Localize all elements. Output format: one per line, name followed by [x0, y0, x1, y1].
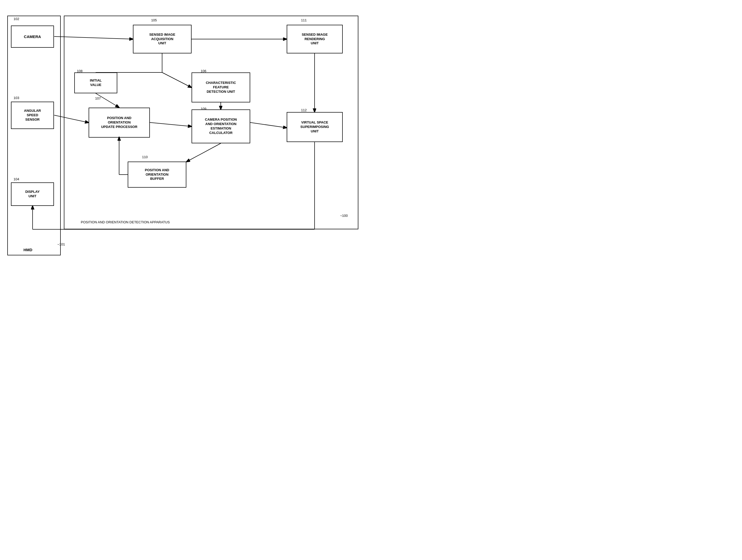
ref-112: 112 — [301, 108, 307, 112]
sensed-rendering-block: SENSED IMAGERENDERINGUNIT — [287, 25, 343, 53]
ref-103: 103 — [13, 96, 19, 100]
display-block: DISPLAYUNIT — [11, 182, 54, 206]
sensed-acquisition-block: SENSED IMAGEACQUISITIONUNIT — [133, 25, 192, 53]
ref-111: 111 — [301, 18, 307, 22]
pos-orient-update-block: POSITION ANDORIENTATIONUPDATE PROCESSOR — [89, 108, 150, 137]
ref-104: 104 — [13, 177, 19, 181]
cam-pos-orient-block: CAMERA POSITIONAND ORIENTATIONESTIMATION… — [192, 109, 250, 143]
ref-100: ~100 — [340, 214, 348, 218]
hmd-box — [7, 16, 61, 256]
char-feature-block: CHARACTERISTICFEATUREDETECTION UNIT — [192, 72, 250, 102]
hmd-label: HMD — [23, 247, 32, 252]
virtual-space-block: VIRTUAL SPACESUPERIMPOSINGUNIT — [287, 112, 343, 142]
angular-speed-block: ANGULARSPEEDSENSOR — [11, 102, 54, 129]
camera-block: CAMERA — [11, 25, 54, 48]
initial-value-block: INITIALVALUE — [74, 72, 117, 93]
ref-107: 107 — [95, 97, 101, 100]
ref-102: 102 — [13, 17, 19, 21]
pos-orient-buffer-block: POSITION ANDORIENTATIONBUFFER — [128, 162, 187, 188]
ref-101: ~101 — [57, 242, 65, 246]
ref-110: 110 — [142, 155, 148, 159]
ref-105: 105 — [151, 18, 157, 22]
apparatus-label: POSITION AND ORIENTATION DETECTION APPAR… — [81, 220, 170, 224]
diagram: 102 103 104 105 106 107 108 109 110 111 … — [0, 0, 371, 280]
